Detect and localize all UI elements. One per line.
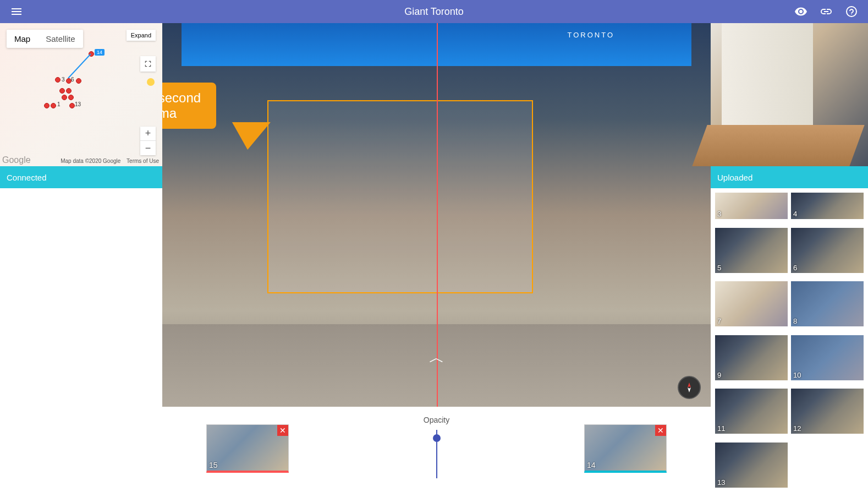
compare-strip: Opacity ✕ 15 ✕ 14 [162, 407, 711, 497]
sign-text: TORONTO [567, 31, 614, 39]
expand-button[interactable]: Expand [127, 30, 156, 41]
panorama-thumb[interactable]: 9 [715, 335, 788, 380]
link-icon[interactable] [820, 5, 833, 18]
thumb-number: 8 [793, 317, 797, 325]
thumb-number: 9 [717, 371, 721, 379]
compass-control[interactable] [678, 376, 701, 399]
panorama-viewer[interactable]: TORONTO ︿ Center the second panorama [162, 23, 711, 407]
opacity-label: Opacity [424, 416, 449, 424]
thumb-number: 13 [717, 478, 725, 487]
preview-floor [692, 125, 864, 166]
zoom-out-button[interactable]: − [140, 141, 156, 155]
map-marker[interactable] [59, 88, 65, 94]
map[interactable]: Map Satellite Expand + − 14 3 6 [0, 23, 162, 166]
map-marker-label: 6 [71, 77, 74, 83]
thumb-number: 10 [793, 371, 801, 379]
thumb-number: 4 [793, 210, 797, 218]
close-icon[interactable]: ✕ [655, 425, 666, 436]
map-marker-label: 3 [62, 77, 65, 83]
preview-pane[interactable] [711, 23, 868, 166]
overlay-frame[interactable] [267, 100, 533, 293]
map-tab-satellite[interactable]: Satellite [38, 30, 83, 48]
map-marker[interactable] [51, 103, 56, 108]
slider-knob[interactable] [433, 434, 441, 442]
panorama-thumb[interactable]: 10 [791, 335, 864, 380]
instruction-callout: Center the second panorama [162, 83, 216, 129]
app-header: Giant Toronto [0, 0, 868, 23]
map-marker[interactable] [55, 77, 61, 83]
thumb-number: 7 [717, 317, 721, 325]
panorama-thumb[interactable]: 8 [791, 281, 864, 326]
compare-thumb-left[interactable]: ✕ 15 [206, 424, 289, 473]
map-data-credit: Map data ©2020 Google [61, 158, 120, 164]
panorama-thumb[interactable]: 6 [791, 228, 864, 273]
svg-marker-2 [688, 387, 691, 392]
map-tab-map[interactable]: Map [7, 30, 38, 48]
page-title: Giant Toronto [404, 6, 464, 18]
thumb-number: 11 [717, 424, 725, 433]
zoom-in-button[interactable]: + [140, 127, 156, 141]
panorama-thumb[interactable]: 3 [715, 193, 788, 219]
thumbnail-grid: 345678910111213 [711, 188, 868, 497]
menu-icon[interactable] [10, 5, 23, 18]
map-marker-label: 1 [57, 101, 61, 107]
panorama-thumb[interactable]: 12 [791, 389, 864, 434]
close-icon[interactable]: ✕ [277, 425, 288, 436]
status-uploaded: Uploaded [711, 166, 868, 188]
map-attribution: Map data ©2020 Google Terms of Use [56, 158, 159, 164]
compare-thumb-right[interactable]: ✕ 14 [584, 424, 667, 473]
panorama-thumb[interactable]: 4 [791, 193, 864, 219]
map-marker[interactable] [69, 103, 75, 108]
panorama-thumb[interactable]: 7 [715, 281, 788, 326]
thumb-number: 5 [717, 264, 721, 272]
thumb-number: 3 [717, 210, 721, 218]
map-marker[interactable] [44, 103, 50, 108]
navigate-forward-icon[interactable]: ︿ [429, 347, 444, 368]
status-connected: Connected [0, 166, 162, 188]
google-logo: Google [2, 155, 31, 165]
svg-line-0 [68, 54, 91, 78]
thumb-number: 12 [793, 424, 801, 433]
svg-marker-1 [688, 383, 691, 387]
map-marker[interactable] [76, 78, 81, 84]
map-marker-label: 13 [75, 101, 81, 107]
map-marker[interactable] [68, 95, 74, 100]
callout-line2: panorama [162, 106, 201, 121]
map-marker[interactable] [66, 88, 72, 94]
thumb-number: 15 [209, 461, 218, 469]
fullscreen-icon[interactable] [140, 56, 156, 72]
panorama-thumb[interactable]: 5 [715, 228, 788, 273]
map-type-tabs: Map Satellite [7, 30, 83, 48]
preview-wall [722, 23, 813, 128]
opacity-slider[interactable] [436, 430, 437, 478]
visibility-icon[interactable] [794, 5, 807, 18]
map-marker[interactable] [62, 95, 67, 100]
zoom-controls: + − [140, 127, 156, 155]
help-icon[interactable] [845, 5, 858, 18]
thumb-number: 6 [793, 264, 797, 272]
thumb-number: 14 [587, 461, 596, 469]
right-panel: Uploaded 345678910111213 [711, 23, 868, 497]
pegman-icon[interactable] [147, 78, 155, 86]
map-terms-link[interactable]: Terms of Use [127, 158, 159, 164]
panorama-thumb[interactable]: 11 [715, 389, 788, 434]
center-panel: TORONTO ︿ Center the second panorama Opa… [162, 23, 711, 497]
left-panel: Map Satellite Expand + − 14 3 6 [0, 23, 162, 497]
callout-line1: Center the second [162, 90, 201, 106]
panorama-thumb[interactable]: 13 [715, 443, 788, 488]
